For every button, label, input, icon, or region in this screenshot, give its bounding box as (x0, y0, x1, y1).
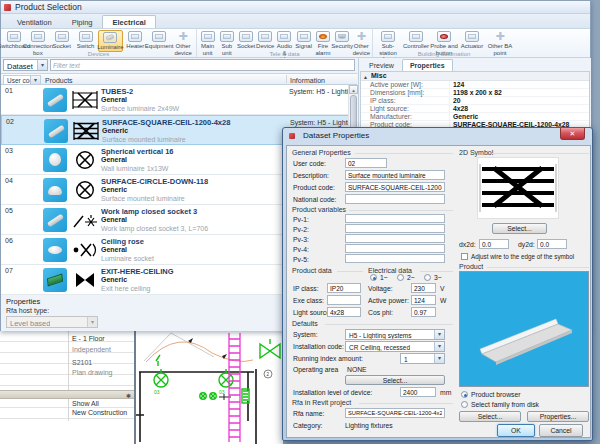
ribbon-item-socket[interactable]: Socket (50, 30, 74, 50)
exe-class-input[interactable] (327, 295, 361, 305)
thumbnail-surface-square (44, 119, 68, 143)
filter-input[interactable] (50, 59, 355, 71)
ribbon-item-security[interactable]: Security (333, 30, 352, 50)
tab-preview[interactable]: Preview (361, 59, 402, 71)
select-family-radio[interactable] (461, 401, 468, 408)
dataset-combo-value: Dataset (7, 62, 33, 71)
ribbon-item-device[interactable]: Device (256, 30, 275, 50)
ribbon-item-switch[interactable]: Switch (74, 30, 98, 50)
property-row-active-power[interactable]: Active power [W]:124 (361, 81, 589, 89)
user-code-input[interactable] (345, 158, 387, 168)
ribbon-group-devices: Switchboard Connection box Socket Switch… (1, 29, 197, 57)
property-group-misc[interactable]: ▲ Misc (361, 72, 589, 81)
description-input[interactable] (345, 170, 445, 180)
tubes-symbol-icon (72, 90, 98, 110)
tab-piping[interactable]: Piping (62, 15, 103, 28)
dy2d-input[interactable] (537, 239, 567, 249)
ribbon-group-building-automation: Sub-station and router Controller Probe … (373, 29, 515, 57)
column-header-information[interactable]: Information (290, 77, 325, 84)
pin-icon[interactable]: ✱ (126, 392, 131, 399)
ribbon-item-luminaire[interactable]: Luminaire (98, 30, 124, 52)
phase3-radio[interactable] (424, 274, 431, 281)
installation-code-combo[interactable]: CR Ceiling, recessed ▾ (345, 341, 445, 352)
installation-code-arrow: ▾ (434, 342, 444, 351)
thumbnail-circle-down (43, 178, 67, 202)
group-line (359, 403, 453, 404)
property-row-light-source[interactable]: Light source:4x28 (361, 105, 589, 113)
installation-level-label: Installation level of device: (293, 389, 372, 396)
title-bar[interactable]: Product Selection (1, 1, 590, 14)
installation-level-input[interactable] (400, 387, 436, 397)
operating-area-select-button[interactable]: Select... (345, 375, 445, 385)
description-label: Description: (293, 172, 329, 179)
adjust-wire-checkbox[interactable] (461, 253, 468, 260)
voltage-input[interactable] (411, 283, 436, 293)
expander-icon[interactable]: ▲ (363, 74, 368, 80)
ribbon-item-equipment[interactable]: Equipment (147, 30, 171, 50)
phase3-label: 3~ (434, 274, 442, 281)
ribbon-item-signal[interactable]: Signal (294, 30, 313, 50)
product-select-button[interactable]: Select... (459, 411, 521, 422)
product-3d-preview (460, 272, 588, 386)
symbol-select-button[interactable]: Select... (492, 223, 547, 234)
phase1-radio[interactable] (370, 274, 377, 281)
phase2-radio[interactable] (397, 274, 404, 281)
active-power-input[interactable] (411, 295, 436, 305)
exe-class-label: Exe class: (293, 297, 324, 304)
tree-item-new-construction[interactable]: New Construction (72, 409, 127, 416)
product-browser-radio[interactable] (461, 391, 468, 398)
tree-item-show-all[interactable]: Show All (72, 400, 99, 407)
tree-item-s2101[interactable]: S2101 (72, 359, 92, 366)
running-index-combo[interactable]: 1 ▾ (400, 353, 445, 364)
property-row-manufacturer[interactable]: Manufacturer:Generic (361, 113, 589, 121)
ip-class-input[interactable] (327, 283, 361, 293)
list-header: User code ▾ Products Information (1, 73, 357, 85)
ribbon-item-heater[interactable]: Heater (123, 30, 147, 50)
pv4-input[interactable] (345, 244, 445, 253)
user-code-sort-combo[interactable]: User code ▾ (3, 75, 41, 85)
cos-phi-input[interactable] (411, 307, 436, 317)
product-code-input[interactable] (345, 182, 445, 192)
dx2d-input[interactable] (479, 239, 509, 249)
right-panel-tabs: Preview Properties (361, 59, 453, 71)
pv1-input[interactable] (345, 214, 445, 223)
system-combo[interactable]: H5 - Lighting systems ▾ (345, 329, 445, 340)
rfa-name-input[interactable] (345, 408, 445, 418)
tree-item-floor[interactable]: E - 1 Floor (72, 335, 105, 342)
ribbon-item-actuator[interactable]: Actuator (458, 30, 486, 50)
tree-item-plan-drawing[interactable]: Plan drawing (72, 369, 112, 376)
property-row-ip-class[interactable]: IP class:20 (361, 97, 589, 105)
pv3-input[interactable] (345, 234, 445, 243)
rfa-host-type-combo[interactable]: Level based ▾ (6, 316, 98, 328)
light-source-input[interactable] (327, 307, 361, 317)
property-row-dimensions[interactable]: Dimensions [mm]:1198 x 200 x 82 (361, 89, 589, 97)
column-header-products[interactable]: Products (45, 77, 73, 84)
select-family-label: Select family from disk (471, 401, 539, 408)
tab-ventilation[interactable]: Ventilation (7, 15, 62, 28)
dialog-title-bar[interactable]: Dataset Properties (289, 131, 369, 140)
fire-alarm-icon (316, 31, 330, 42)
dx2d-label: dx2d: (459, 241, 476, 248)
dialog-close-button[interactable]: ✕ (560, 128, 585, 140)
dataset-combo[interactable]: Dataset ▾ (3, 59, 48, 71)
active-power-label: Active power: (368, 297, 409, 304)
product-properties-button[interactable]: Properties... (527, 411, 589, 422)
dialog-icon (289, 133, 295, 139)
tab-electrical[interactable]: Electrical (102, 15, 155, 28)
thumbnail-ellipse (48, 246, 62, 254)
ribbon-item-tele-socket[interactable]: Socket (236, 30, 255, 50)
tree-item-independent[interactable]: Independent (72, 346, 111, 353)
pv5-input[interactable] (345, 254, 445, 263)
switchboard-icon (7, 31, 21, 42)
pv2-input[interactable] (345, 224, 445, 233)
drawing-canvas[interactable]: 03 03 2 (136, 331, 283, 444)
tab-properties[interactable]: Properties (402, 59, 453, 71)
product-row-01[interactable]: 01 TUBES-2 General Surface luminaire 2x4… (1, 85, 357, 115)
national-code-input[interactable] (345, 194, 445, 204)
probe-button-icon (437, 31, 451, 42)
controller-icon (409, 31, 423, 42)
ribbon-item-controller[interactable]: Controller (402, 30, 430, 50)
scroll-up-button[interactable]: ▴ (349, 85, 358, 94)
cancel-button[interactable]: Cancel (539, 424, 583, 437)
ok-button[interactable]: OK (497, 424, 535, 437)
